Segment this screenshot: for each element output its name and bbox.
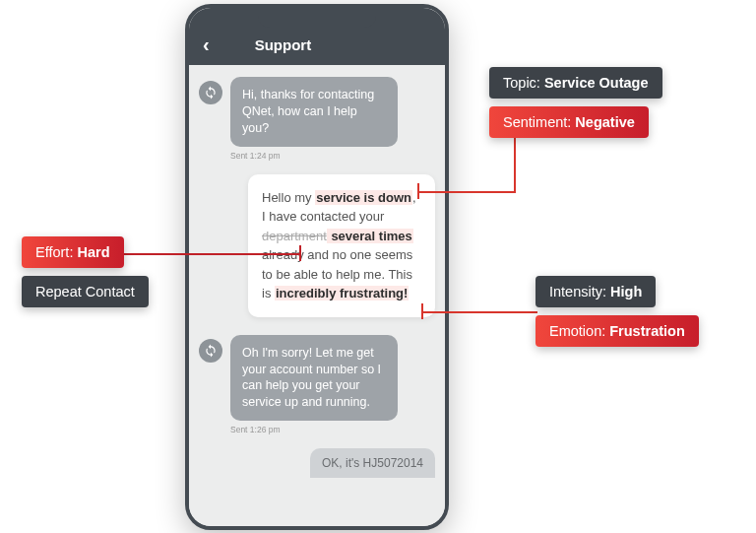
annotation-emotion: Emotion: Frustration bbox=[536, 315, 699, 347]
annotation-sentiment: Sentiment: Negative bbox=[489, 106, 649, 138]
intensity-value: High bbox=[610, 284, 642, 300]
emotion-label: Emotion: bbox=[549, 323, 609, 339]
refresh-icon bbox=[204, 344, 218, 358]
agent-message-1-row: Hi, thanks for contacting QNet, how can … bbox=[199, 77, 435, 147]
effort-label: Effort: bbox=[35, 244, 77, 260]
intensity-label: Intensity: bbox=[549, 284, 610, 300]
phone-frame: ‹ Support Hi, thanks for contacting QNet… bbox=[185, 4, 449, 530]
strike-department: department bbox=[262, 229, 327, 243]
agent-message-2: Oh I'm sorry! Let me get your account nu… bbox=[230, 335, 398, 422]
agent-avatar bbox=[199, 81, 222, 104]
agent-message-1-meta: Sent 1:24 pm bbox=[230, 151, 435, 161]
user-message-1-row: Hello my service is down, I have contact… bbox=[199, 174, 435, 317]
agent-message-2-row: Oh I'm sorry! Let me get your account nu… bbox=[199, 335, 435, 422]
connector-effort-tick bbox=[299, 245, 301, 261]
user-message-2: OK, it's HJ5072014 bbox=[310, 448, 435, 478]
highlight-service-down: service is down bbox=[315, 190, 412, 205]
repeat-label: Repeat Contact bbox=[35, 284, 135, 300]
annotation-intensity: Intensity: High bbox=[536, 276, 656, 307]
emotion-value: Frustration bbox=[609, 323, 685, 339]
page-title: Support bbox=[255, 36, 312, 53]
user-message-1: Hello my service is down, I have contact… bbox=[248, 174, 435, 317]
annotation-effort: Effort: Hard bbox=[22, 236, 124, 268]
phone-notch bbox=[258, 8, 376, 28]
connector-emotion-horizontal bbox=[421, 311, 537, 313]
connector-sentiment-vertical bbox=[514, 138, 516, 191]
highlight-several-times: several times bbox=[327, 229, 413, 243]
annotation-topic: Topic: Service Outage bbox=[489, 67, 662, 99]
connector-sentiment-horizontal bbox=[417, 191, 516, 193]
agent-message-1: Hi, thanks for contacting QNet, how can … bbox=[230, 77, 398, 147]
agent-avatar-2 bbox=[199, 339, 222, 363]
connector-sentiment-tick bbox=[417, 183, 419, 199]
chat-content: Hi, thanks for contacting QNet, how can … bbox=[189, 65, 445, 526]
connector-emotion-tick bbox=[421, 303, 423, 319]
agent-message-2-meta: Sent 1:26 pm bbox=[230, 425, 435, 434]
user-message-2-row: OK, it's HJ5072014 bbox=[199, 448, 435, 478]
connector-effort-horizontal bbox=[118, 253, 301, 255]
topic-label: Topic: bbox=[503, 75, 544, 91]
user-text-p1: Hello my bbox=[262, 190, 315, 205]
effort-value: Hard bbox=[77, 244, 109, 260]
refresh-icon bbox=[204, 86, 218, 100]
sentiment-value: Negative bbox=[575, 114, 634, 130]
sentiment-label: Sentiment: bbox=[503, 114, 575, 130]
annotation-repeat-contact: Repeat Contact bbox=[22, 276, 149, 307]
topic-value: Service Outage bbox=[544, 75, 649, 91]
highlight-frustrating: incredibly frustrating! bbox=[275, 286, 409, 300]
back-button[interactable]: ‹ bbox=[203, 33, 210, 56]
